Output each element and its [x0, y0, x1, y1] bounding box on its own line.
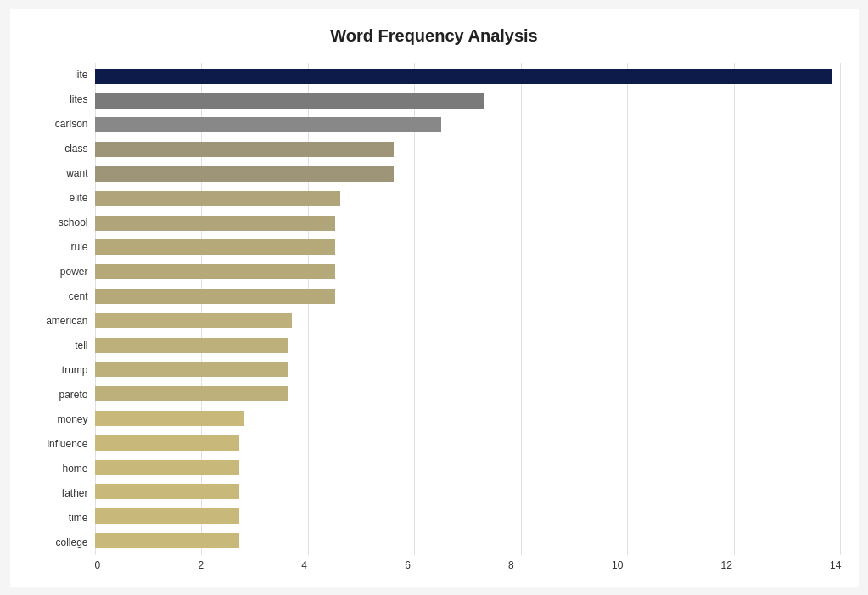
y-label-cent: cent	[69, 285, 88, 307]
bar-row-tell	[95, 336, 842, 355]
y-axis: litelitescarlsonclasswanteliteschoolrule…	[27, 63, 95, 555]
x-tick-14: 14	[830, 559, 841, 571]
y-label-home: home	[62, 457, 87, 480]
bottom-section: 02468101214 Frequency	[27, 555, 842, 596]
x-tick-2: 2	[198, 559, 204, 571]
bar-row-class	[95, 140, 842, 159]
bar-row-rule	[95, 238, 842, 256]
bar-row-elite	[95, 189, 842, 208]
bar-school	[95, 216, 336, 231]
y-label-class: class	[64, 138, 87, 160]
x-ticks: 02468101214	[95, 559, 842, 571]
y-label-power: power	[60, 261, 88, 283]
bar-row-american	[95, 312, 842, 330]
bar-power	[95, 264, 336, 279]
x-tick-12: 12	[721, 559, 732, 571]
bar-influence	[95, 435, 239, 451]
bar-time	[95, 508, 239, 524]
grid-and-bars	[95, 63, 842, 555]
bar-row-time	[95, 507, 842, 525]
bar-row-power	[95, 262, 842, 281]
x-tick-0: 0	[95, 559, 101, 571]
y-label-money: money	[57, 408, 87, 430]
y-label-want: want	[66, 162, 87, 184]
bar-elite	[95, 191, 341, 206]
chart-container: Word Frequency Analysis litelitescarlson…	[10, 9, 859, 587]
x-axis: 02468101214	[95, 555, 842, 581]
x-tick-4: 4	[301, 559, 307, 571]
y-label-lites: lites	[70, 88, 87, 110]
bar-row-carlson	[95, 115, 842, 134]
bar-tell	[95, 338, 288, 353]
y-label-lite: lite	[75, 64, 87, 86]
y-label-trump: trump	[62, 359, 88, 381]
bar-father	[95, 484, 239, 499]
bar-cent	[95, 289, 336, 304]
y-label-rule: rule	[70, 236, 87, 258]
bars-container	[95, 63, 842, 555]
y-label-pareto: pareto	[59, 384, 87, 406]
bar-lite	[95, 69, 832, 84]
bar-row-father	[95, 482, 842, 501]
bar-american	[95, 313, 293, 328]
bar-row-lites	[95, 92, 842, 110]
bar-row-lite	[95, 67, 842, 86]
bar-row-influence	[95, 434, 842, 452]
bar-money	[95, 411, 244, 426]
bar-row-college	[95, 531, 842, 550]
y-label-father: father	[62, 482, 88, 504]
y-label-tell: tell	[75, 334, 87, 356]
bar-row-money	[95, 409, 842, 428]
bar-class	[95, 142, 394, 157]
bar-row-pareto	[95, 385, 842, 403]
bar-row-school	[95, 214, 842, 233]
bar-pareto	[95, 386, 288, 401]
bar-row-home	[95, 458, 842, 477]
y-label-time: time	[69, 507, 88, 529]
x-tick-10: 10	[612, 559, 623, 571]
bar-home	[95, 460, 239, 475]
y-label-american: american	[46, 310, 87, 332]
y-label-school: school	[59, 211, 88, 233]
bar-rule	[95, 239, 336, 255]
bar-college	[95, 533, 239, 548]
bar-row-trump	[95, 360, 842, 379]
plot-area	[95, 63, 842, 555]
bar-lites	[95, 93, 485, 109]
y-label-elite: elite	[69, 187, 87, 209]
chart-area: litelitescarlsonclasswanteliteschoolrule…	[27, 63, 842, 555]
bar-row-want	[95, 165, 842, 183]
y-label-carlson: carlson	[55, 113, 88, 135]
bar-row-cent	[95, 287, 842, 306]
y-label-influence: influence	[47, 433, 87, 455]
bar-trump	[95, 362, 288, 377]
chart-title: Word Frequency Analysis	[27, 26, 842, 46]
bar-carlson	[95, 117, 442, 132]
y-label-college: college	[55, 531, 87, 553]
bar-want	[95, 166, 394, 182]
x-tick-6: 6	[405, 559, 411, 571]
x-tick-8: 8	[508, 559, 514, 571]
